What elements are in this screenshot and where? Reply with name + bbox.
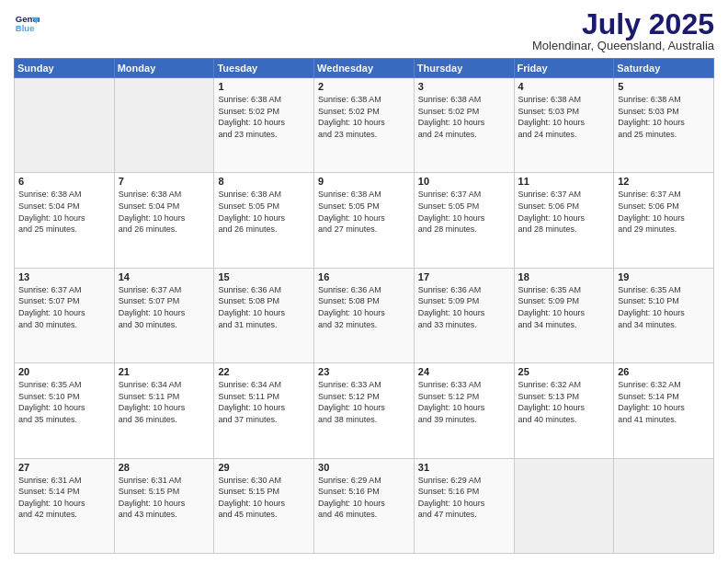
calendar-cell: 2Sunrise: 6:38 AM Sunset: 5:02 PM Daylig…: [314, 78, 415, 173]
cell-content: Sunrise: 6:37 AM Sunset: 5:06 PM Dayligh…: [618, 189, 710, 235]
calendar-cell: 21Sunrise: 6:34 AM Sunset: 5:11 PM Dayli…: [114, 363, 214, 458]
calendar-cell: 25Sunrise: 6:32 AM Sunset: 5:13 PM Dayli…: [514, 363, 614, 458]
day-number: 7: [119, 176, 210, 187]
calendar-cell: 14Sunrise: 6:37 AM Sunset: 5:07 PM Dayli…: [114, 268, 214, 362]
day-number: 15: [218, 271, 310, 282]
calendar-cell: 17Sunrise: 6:36 AM Sunset: 5:09 PM Dayli…: [414, 268, 514, 362]
calendar-table: SundayMondayTuesdayWednesdayThursdayFrid…: [14, 58, 714, 554]
calendar-cell: 18Sunrise: 6:35 AM Sunset: 5:09 PM Dayli…: [514, 268, 614, 362]
calendar-cell: [15, 78, 115, 173]
day-number: 29: [218, 462, 310, 473]
calendar-cell: 5Sunrise: 6:38 AM Sunset: 5:03 PM Daylig…: [614, 78, 714, 173]
calendar-cell: 9Sunrise: 6:38 AM Sunset: 5:05 PM Daylig…: [314, 173, 415, 268]
calendar-cell: 3Sunrise: 6:38 AM Sunset: 5:02 PM Daylig…: [414, 78, 514, 173]
calendar-cell: 4Sunrise: 6:38 AM Sunset: 5:03 PM Daylig…: [514, 78, 614, 173]
cell-content: Sunrise: 6:38 AM Sunset: 5:03 PM Dayligh…: [618, 94, 710, 140]
day-number: 22: [218, 366, 310, 377]
cell-content: Sunrise: 6:35 AM Sunset: 5:10 PM Dayligh…: [618, 284, 710, 330]
header-cell-thursday: Thursday: [414, 59, 514, 78]
calendar-cell: 31Sunrise: 6:29 AM Sunset: 5:16 PM Dayli…: [414, 458, 514, 553]
calendar-cell: 10Sunrise: 6:37 AM Sunset: 5:05 PM Dayli…: [414, 173, 514, 268]
day-number: 14: [119, 271, 210, 282]
calendar-cell: 28Sunrise: 6:31 AM Sunset: 5:15 PM Dayli…: [114, 458, 214, 553]
calendar-page: General Blue July 2025 Molendinar, Queen…: [0, 0, 728, 563]
cell-content: Sunrise: 6:38 AM Sunset: 5:05 PM Dayligh…: [318, 189, 410, 235]
day-number: 28: [119, 462, 210, 473]
calendar-cell: 6Sunrise: 6:38 AM Sunset: 5:04 PM Daylig…: [15, 173, 115, 268]
day-number: 21: [119, 366, 210, 377]
week-row-5: 27Sunrise: 6:31 AM Sunset: 5:14 PM Dayli…: [15, 458, 714, 553]
cell-content: Sunrise: 6:38 AM Sunset: 5:02 PM Dayligh…: [318, 94, 410, 140]
header-cell-friday: Friday: [514, 59, 614, 78]
day-number: 2: [318, 81, 410, 92]
calendar-cell: 20Sunrise: 6:35 AM Sunset: 5:10 PM Dayli…: [15, 363, 115, 458]
day-number: 23: [318, 366, 410, 377]
calendar-cell: 19Sunrise: 6:35 AM Sunset: 5:10 PM Dayli…: [614, 268, 714, 362]
calendar-cell: 23Sunrise: 6:33 AM Sunset: 5:12 PM Dayli…: [314, 363, 415, 458]
cell-content: Sunrise: 6:31 AM Sunset: 5:15 PM Dayligh…: [119, 475, 210, 521]
cell-content: Sunrise: 6:38 AM Sunset: 5:02 PM Dayligh…: [218, 94, 310, 140]
cell-content: Sunrise: 6:37 AM Sunset: 5:05 PM Dayligh…: [418, 189, 510, 235]
cell-content: Sunrise: 6:34 AM Sunset: 5:11 PM Dayligh…: [119, 379, 210, 425]
day-number: 16: [318, 271, 410, 282]
cell-content: Sunrise: 6:32 AM Sunset: 5:13 PM Dayligh…: [518, 379, 610, 425]
day-number: 1: [218, 81, 310, 92]
cell-content: Sunrise: 6:29 AM Sunset: 5:16 PM Dayligh…: [418, 475, 510, 521]
day-number: 30: [318, 462, 410, 473]
cell-content: Sunrise: 6:30 AM Sunset: 5:15 PM Dayligh…: [218, 475, 310, 521]
cell-content: Sunrise: 6:36 AM Sunset: 5:08 PM Dayligh…: [318, 284, 410, 330]
day-number: 20: [18, 366, 110, 377]
day-number: 27: [18, 462, 110, 473]
cell-content: Sunrise: 6:33 AM Sunset: 5:12 PM Dayligh…: [318, 379, 410, 425]
calendar-cell: 13Sunrise: 6:37 AM Sunset: 5:07 PM Dayli…: [15, 268, 115, 362]
cell-content: Sunrise: 6:29 AM Sunset: 5:16 PM Dayligh…: [318, 475, 410, 521]
cell-content: Sunrise: 6:38 AM Sunset: 5:03 PM Dayligh…: [518, 94, 610, 140]
day-number: 9: [318, 176, 410, 187]
logo: General Blue: [14, 9, 40, 35]
calendar-cell: [114, 78, 214, 173]
header: General Blue July 2025 Molendinar, Queen…: [14, 9, 714, 52]
calendar-cell: [514, 458, 614, 553]
day-number: 4: [518, 81, 610, 92]
week-row-2: 6Sunrise: 6:38 AM Sunset: 5:04 PM Daylig…: [15, 173, 714, 268]
day-number: 18: [518, 271, 610, 282]
calendar-cell: 15Sunrise: 6:36 AM Sunset: 5:08 PM Dayli…: [214, 268, 314, 362]
title-block: July 2025 Molendinar, Queensland, Austra…: [532, 9, 714, 52]
cell-content: Sunrise: 6:38 AM Sunset: 5:04 PM Dayligh…: [119, 189, 210, 235]
header-cell-wednesday: Wednesday: [314, 59, 415, 78]
calendar-cell: 16Sunrise: 6:36 AM Sunset: 5:08 PM Dayli…: [314, 268, 415, 362]
header-cell-saturday: Saturday: [614, 59, 714, 78]
calendar-cell: 29Sunrise: 6:30 AM Sunset: 5:15 PM Dayli…: [214, 458, 314, 553]
calendar-cell: 24Sunrise: 6:33 AM Sunset: 5:12 PM Dayli…: [414, 363, 514, 458]
day-number: 24: [418, 366, 510, 377]
calendar-cell: 30Sunrise: 6:29 AM Sunset: 5:16 PM Dayli…: [314, 458, 415, 553]
day-number: 25: [518, 366, 610, 377]
cell-content: Sunrise: 6:35 AM Sunset: 5:09 PM Dayligh…: [518, 284, 610, 330]
calendar-cell: 7Sunrise: 6:38 AM Sunset: 5:04 PM Daylig…: [114, 173, 214, 268]
day-number: 10: [418, 176, 510, 187]
cell-content: Sunrise: 6:38 AM Sunset: 5:02 PM Dayligh…: [418, 94, 510, 140]
calendar-cell: 8Sunrise: 6:38 AM Sunset: 5:05 PM Daylig…: [214, 173, 314, 268]
day-number: 5: [618, 81, 710, 92]
week-row-4: 20Sunrise: 6:35 AM Sunset: 5:10 PM Dayli…: [15, 363, 714, 458]
cell-content: Sunrise: 6:38 AM Sunset: 5:05 PM Dayligh…: [218, 189, 310, 235]
week-row-1: 1Sunrise: 6:38 AM Sunset: 5:02 PM Daylig…: [15, 78, 714, 173]
day-number: 31: [418, 462, 510, 473]
cell-content: Sunrise: 6:35 AM Sunset: 5:10 PM Dayligh…: [18, 379, 110, 425]
header-row: SundayMondayTuesdayWednesdayThursdayFrid…: [15, 59, 714, 78]
day-number: 19: [618, 271, 710, 282]
cell-content: Sunrise: 6:33 AM Sunset: 5:12 PM Dayligh…: [418, 379, 510, 425]
logo-icon: General Blue: [14, 9, 40, 35]
calendar-cell: 27Sunrise: 6:31 AM Sunset: 5:14 PM Dayli…: [15, 458, 115, 553]
cell-content: Sunrise: 6:38 AM Sunset: 5:04 PM Dayligh…: [18, 189, 110, 235]
cell-content: Sunrise: 6:36 AM Sunset: 5:08 PM Dayligh…: [218, 284, 310, 330]
header-cell-tuesday: Tuesday: [214, 59, 314, 78]
calendar-cell: 12Sunrise: 6:37 AM Sunset: 5:06 PM Dayli…: [614, 173, 714, 268]
day-number: 12: [618, 176, 710, 187]
cell-content: Sunrise: 6:36 AM Sunset: 5:09 PM Dayligh…: [418, 284, 510, 330]
cell-content: Sunrise: 6:37 AM Sunset: 5:06 PM Dayligh…: [518, 189, 610, 235]
calendar-cell: 1Sunrise: 6:38 AM Sunset: 5:02 PM Daylig…: [214, 78, 314, 173]
calendar-cell: 26Sunrise: 6:32 AM Sunset: 5:14 PM Dayli…: [614, 363, 714, 458]
header-cell-sunday: Sunday: [15, 59, 115, 78]
day-number: 26: [618, 366, 710, 377]
